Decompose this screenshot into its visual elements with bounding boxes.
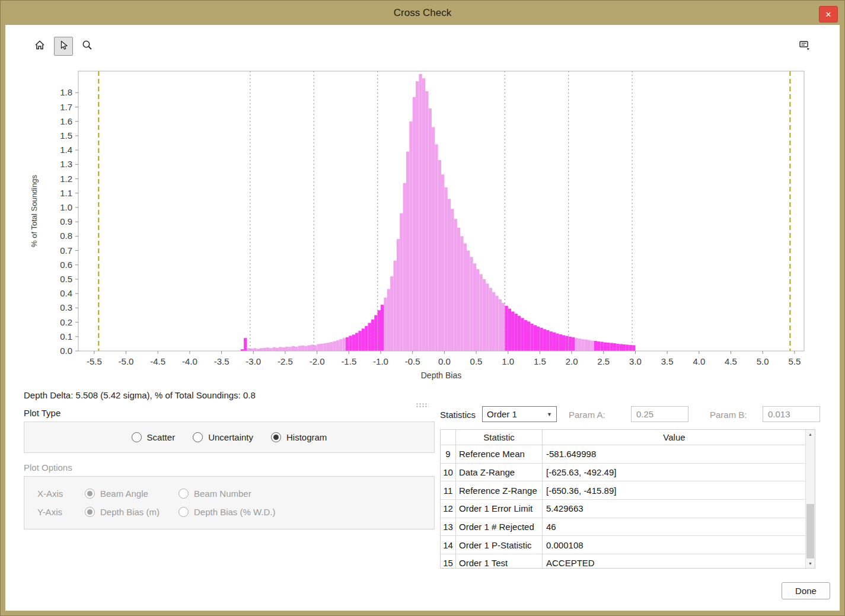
svg-text:0.3: 0.3 <box>60 302 72 312</box>
radio-label: Depth Bias (% W.D.) <box>194 507 276 517</box>
table-row[interactable]: 9Reference Mean-581.649998 <box>441 445 806 464</box>
table-row[interactable]: 12Order 1 Error Limit5.429663 <box>441 500 806 518</box>
radio-dot <box>85 507 95 517</box>
radio-histogram[interactable]: Histogram <box>271 432 327 442</box>
close-button[interactable]: ✕ <box>819 6 838 23</box>
param-a-label: Param A: <box>569 410 605 420</box>
svg-text:0.2: 0.2 <box>60 317 72 327</box>
radio-depth-bias-wd: Depth Bias (% W.D.) <box>178 507 276 517</box>
table-scrollbar[interactable]: ▲ ▼ <box>805 430 815 568</box>
svg-text:0.4: 0.4 <box>60 288 72 298</box>
plot-type-label: Plot Type <box>24 408 60 418</box>
svg-text:-5.0: -5.0 <box>119 356 134 366</box>
svg-text:0.0: 0.0 <box>60 346 72 356</box>
row-number: 11 <box>441 481 456 499</box>
svg-text:1.7: 1.7 <box>60 102 72 112</box>
svg-text:4.5: 4.5 <box>725 356 737 366</box>
statistics-table: Statistic Value 9Reference Mean-581.6499… <box>440 429 815 569</box>
svg-text:0.6: 0.6 <box>60 260 72 270</box>
row-number: 13 <box>441 518 456 536</box>
svg-text:0.5: 0.5 <box>60 274 72 284</box>
annotations-menu-button[interactable] <box>796 38 814 56</box>
table-row[interactable]: 10Data Z-Range[-625.63, -492.49] <box>441 464 806 482</box>
svg-text:% of Total Soundings: % of Total Soundings <box>30 175 39 247</box>
param-b-label: Param B: <box>710 410 747 420</box>
svg-text:1.0: 1.0 <box>60 202 72 212</box>
svg-text:3.0: 3.0 <box>629 356 642 366</box>
svg-text:Depth Bias: Depth Bias <box>421 371 461 380</box>
scroll-down-button[interactable]: ▼ <box>806 559 815 568</box>
statistic-cell: Data Z-Range <box>456 464 543 481</box>
scroll-up-button[interactable]: ▲ <box>806 430 815 439</box>
row-number: 10 <box>441 464 456 481</box>
y-axis-label: Y-Axis <box>37 507 65 517</box>
statistic-cell: Order 1 # Rejected <box>456 518 543 536</box>
statistic-cell: Order 1 P-Statistic <box>456 536 543 554</box>
radio-label: Depth Bias (m) <box>100 507 160 517</box>
radio-dot <box>178 507 189 517</box>
table-row[interactable]: 14Order 1 P-Statistic0.000108 <box>441 536 806 554</box>
done-button[interactable]: Done <box>782 582 830 599</box>
svg-text:3.5: 3.5 <box>661 356 674 366</box>
statistic-cell: Reference Mean <box>456 445 543 463</box>
radio-depth-bias-m: Depth Bias (m) <box>85 507 178 517</box>
svg-text:-1.0: -1.0 <box>373 356 388 366</box>
window-title: Cross Check <box>394 7 451 19</box>
svg-text:-3.5: -3.5 <box>214 356 229 366</box>
pointer-tool-button[interactable] <box>54 37 73 56</box>
svg-text:-2.0: -2.0 <box>310 356 325 366</box>
statistic-cell: Order 1 Error Limit <box>456 500 543 518</box>
header-statistic[interactable]: Statistic <box>456 430 543 445</box>
chart-toolbar <box>30 37 97 56</box>
zoom-tool-button[interactable] <box>78 37 97 56</box>
svg-text:-0.5: -0.5 <box>405 356 420 366</box>
plot-type-group: Scatter Uncertainty Histogram <box>24 422 435 453</box>
plot-options-label: Plot Options <box>24 462 72 473</box>
table-header-row: Statistic Value <box>441 430 806 445</box>
radio-scatter[interactable]: Scatter <box>132 432 176 442</box>
scroll-thumb[interactable] <box>806 504 814 558</box>
svg-text:1.2: 1.2 <box>60 174 72 184</box>
value-cell: -581.649998 <box>543 445 806 463</box>
table-row[interactable]: 13Order 1 # Rejected46 <box>441 518 806 537</box>
radio-dot <box>85 489 95 499</box>
x-axis-label: X-Axis <box>37 489 65 499</box>
radio-label: Beam Angle <box>100 489 148 499</box>
svg-text:1.5: 1.5 <box>60 130 72 141</box>
svg-text:1.3: 1.3 <box>60 159 72 169</box>
cursor-icon <box>58 40 69 53</box>
row-number: 12 <box>441 500 456 518</box>
svg-text:-4.5: -4.5 <box>150 356 165 366</box>
svg-text:1.5: 1.5 <box>534 356 546 366</box>
svg-text:0.5: 0.5 <box>470 356 483 366</box>
svg-text:-1.5: -1.5 <box>341 356 356 366</box>
table-row[interactable]: 11Reference Z-Range[-650.36, -415.89] <box>441 481 806 500</box>
order-select[interactable]: Order 1 ▼ <box>482 406 557 422</box>
table-row[interactable]: 15Order 1 TestACCEPTED <box>441 554 806 568</box>
radio-dot <box>178 489 189 499</box>
svg-text:5.5: 5.5 <box>788 356 801 366</box>
splitter-grip[interactable] <box>416 403 429 408</box>
header-blank <box>441 430 456 445</box>
svg-text:5.0: 5.0 <box>757 356 769 366</box>
chevron-down-icon: ▼ <box>547 411 552 417</box>
statistics-label: Statistics <box>440 410 476 420</box>
svg-text:1.0: 1.0 <box>502 356 514 366</box>
value-cell: [-650.36, -415.89] <box>543 481 806 499</box>
svg-text:1.4: 1.4 <box>60 145 72 155</box>
histogram-chart[interactable]: -5.5-5.0-4.5-4.0-3.5-3.0-2.5-2.0-1.5-1.0… <box>24 66 809 387</box>
svg-text:-2.5: -2.5 <box>278 356 293 366</box>
statistic-cell: Order 1 Test <box>456 554 543 568</box>
svg-text:0.9: 0.9 <box>60 216 72 226</box>
home-button[interactable] <box>30 37 49 56</box>
radio-uncertainty[interactable]: Uncertainty <box>193 432 253 442</box>
header-value[interactable]: Value <box>543 430 806 445</box>
titlebar[interactable]: Cross Check <box>1 1 844 25</box>
histogram-chart-area[interactable]: -5.5-5.0-4.5-4.0-3.5-3.0-2.5-2.0-1.5-1.0… <box>24 66 809 387</box>
svg-text:1.8: 1.8 <box>60 87 72 97</box>
row-number: 9 <box>441 445 456 463</box>
svg-text:1.1: 1.1 <box>60 188 72 198</box>
radio-label: Histogram <box>286 432 327 442</box>
plot-options-group: X-Axis Beam Angle Beam Number Y-Axis Dep… <box>24 476 435 529</box>
svg-text:0.1: 0.1 <box>60 331 72 341</box>
